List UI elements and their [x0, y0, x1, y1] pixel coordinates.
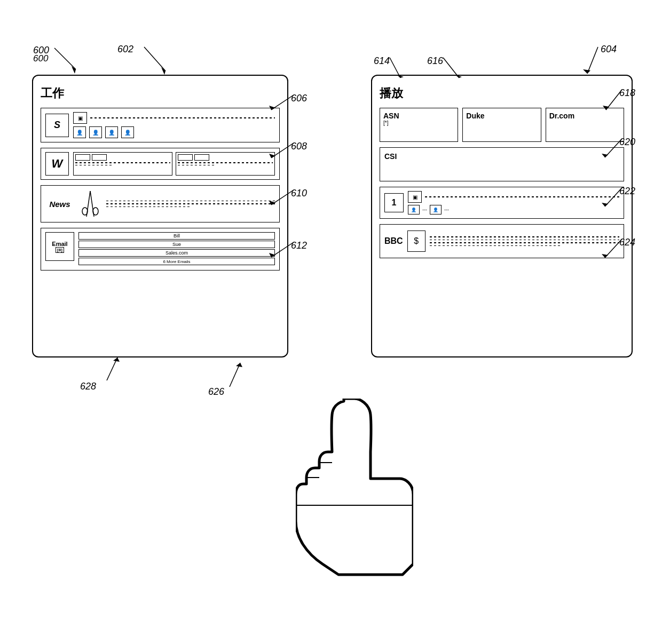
svg-marker-41 [269, 253, 275, 257]
widget-624[interactable]: BBC $ [380, 224, 624, 258]
svg-text:602: 602 [117, 44, 133, 54]
dotted-line-top [90, 117, 275, 118]
more-emails: 6 More Emails [78, 258, 275, 265]
email-badge: [8] [56, 247, 64, 253]
svg-text:604: 604 [601, 44, 617, 54]
svg-text:618: 618 [619, 88, 635, 98]
svg-marker-35 [269, 154, 275, 158]
widget-606[interactable]: S 👤 👤 👤 👤 [41, 108, 280, 142]
widget-s-content: 👤 👤 👤 👤 [73, 112, 275, 138]
mini-box-4 [194, 154, 209, 161]
bbc-line-4 [430, 245, 563, 247]
news-line-1 [106, 201, 275, 202]
svg-text:616: 616 [427, 55, 444, 66]
sub-box-2 [176, 152, 275, 176]
asn-sub: [*] [383, 120, 454, 126]
svg-point-11 [82, 208, 88, 215]
svg-text:612: 612 [291, 240, 307, 251]
subbox-dotline-3 [178, 162, 273, 163]
arrow-628: 628 [80, 351, 144, 383]
arrow-620: 620 [590, 139, 633, 165]
email-item-1: Bill [78, 232, 275, 240]
svg-text:606: 606 [291, 93, 308, 104]
svg-marker-20 [603, 106, 609, 110]
arrow-624: 624 [590, 239, 633, 266]
person-icons: 👤 👤 👤 👤 [73, 126, 275, 138]
svg-marker-47 [113, 357, 120, 362]
right-622-content: 👤 --- 👤 --- [408, 191, 619, 214]
svg-line-16 [443, 58, 459, 78]
news-icon: News [45, 189, 74, 218]
widget-620[interactable]: CSI [380, 147, 624, 181]
news-line-3 [106, 206, 191, 208]
svg-line-3 [144, 47, 165, 71]
arrow-606: 606 [262, 95, 304, 116]
image-placeholder [73, 112, 87, 124]
svg-text:622: 622 [619, 186, 635, 196]
svg-text:608: 608 [291, 141, 307, 152]
w-content [73, 152, 275, 176]
person-icon-1: 👤 [73, 126, 86, 138]
arrow-608: 608 [262, 143, 304, 164]
sub-box-header [75, 154, 170, 161]
arrow-612: 612 [262, 242, 304, 264]
arrow-610: 610 [262, 190, 304, 211]
news-line-2 [106, 203, 275, 204]
subbox-dotline-2 [75, 165, 113, 166]
svg-marker-44 [236, 363, 242, 367]
svg-text:624: 624 [619, 237, 635, 248]
small-dots-2: --- [444, 207, 449, 212]
news-graphic [78, 190, 102, 217]
mini-box-3 [178, 154, 193, 161]
email-item-3: Sales.com [78, 249, 275, 257]
arrow-616: 616 [427, 58, 496, 90]
person-icon-3: 👤 [105, 126, 118, 138]
email-icon: Email [8] [45, 232, 74, 261]
svg-line-13 [390, 58, 400, 78]
svg-text:610: 610 [291, 188, 307, 198]
widget-608[interactable]: W [41, 148, 280, 180]
svg-marker-38 [269, 201, 275, 205]
widget-618[interactable]: ASN [*] Duke Dr.com [380, 108, 624, 142]
hand-pointer [296, 399, 413, 580]
main-container: 600 600 602 604 工作 S [0, 0, 662, 644]
email-item-2: Sue [78, 241, 275, 248]
csi-label: CSI [384, 152, 397, 161]
svg-text:614: 614 [374, 55, 390, 66]
email-label: Email [52, 241, 67, 247]
svg-text:628: 628 [80, 381, 96, 392]
num-icon: 1 [384, 193, 404, 212]
img-placeholder-622 [408, 191, 422, 203]
dollar-icon: $ [407, 230, 425, 252]
widget-612[interactable]: Email [8] Bill Sue Sales.com 6 More Emai… [41, 228, 280, 271]
subbox-dotline-4 [178, 165, 216, 166]
asn-channel[interactable]: ASN [*] [380, 108, 458, 142]
svg-text:600: 600 [33, 45, 49, 55]
duke-channel[interactable]: Duke [462, 108, 541, 142]
subbox-dotline-1 [75, 162, 170, 163]
person-icon-4: 👤 [121, 126, 134, 138]
widget-610[interactable]: News [41, 185, 280, 222]
scissors-svg [81, 191, 99, 217]
svg-point-12 [93, 208, 98, 215]
left-panel: 工作 S 👤 👤 👤 👤 W [32, 75, 288, 357]
duke-label: Duke [466, 112, 537, 120]
mini-box-2 [92, 154, 107, 161]
svg-marker-23 [602, 154, 608, 157]
w-icon: W [45, 152, 69, 176]
asn-label: ASN [383, 112, 454, 120]
bbc-label: BBC [384, 236, 403, 246]
news-content [106, 201, 275, 208]
arrow-618: 618 [590, 90, 633, 122]
mini-box-1 [75, 154, 90, 161]
small-person-2: 👤 [430, 205, 442, 214]
svg-text:620: 620 [619, 137, 635, 147]
bbc-line-1 [430, 236, 619, 237]
person-icon-2: 👤 [89, 126, 102, 138]
widget-622[interactable]: 1 👤 --- 👤 --- [380, 187, 624, 219]
svg-marker-7 [583, 69, 590, 74]
arrow-626: 626 [208, 357, 262, 389]
email-list: Bill Sue Sales.com 6 More Emails [78, 232, 275, 265]
svg-marker-29 [602, 254, 608, 258]
small-dots-1: --- [422, 207, 427, 212]
